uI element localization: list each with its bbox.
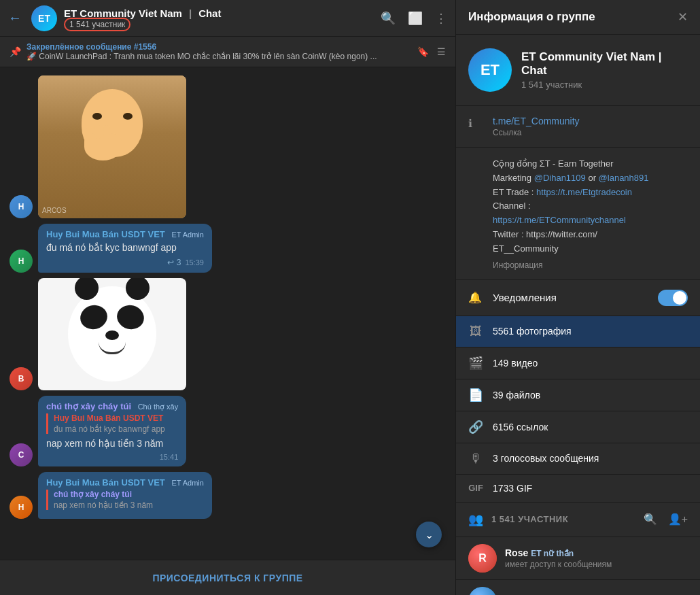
msg-image-baby: ARCOS [38,75,186,218]
reply-text: đu má nó bắt kyc banwngf app [54,424,178,434]
reply-text: nap xem nó hậu tiền 3 năm [54,500,204,510]
gif-label: 1733 GIF [493,483,688,494]
voice-label: 3 голосовых сообщения [493,453,688,464]
chat-label: Chat [198,7,221,19]
chat-panel: ← ET ET Community Viet Nam | Chat 1 541 … [0,0,455,595]
panda-face [68,286,156,381]
media-files[interactable]: 📄 39 файлов [456,379,700,411]
info-panel: Информация о группе ✕ ET ET Community Vi… [455,0,700,595]
more-icon[interactable]: ⋮ [435,11,447,26]
notifications-toggle[interactable] [658,290,688,306]
group-link[interactable]: t.me/ET_Community [493,116,688,126]
members-header: 👥 1 541 УЧАСТНИК 🔍 👤+ [456,503,700,537]
header-title: ET Community Viet Nam | Chat [64,7,374,19]
search-members-icon[interactable]: 🔍 [644,513,657,526]
messages-area: H ARCOS [0,67,455,560]
videos-label: 149 видео [493,358,688,369]
group-info: ET Community Viet Nam | Chat 1 541 участ… [521,50,688,90]
reply-author: Huy Bui Mua Bán USDT VET [54,413,178,423]
close-icon[interactable]: ✕ [678,10,688,24]
add-member-icon[interactable]: 👤+ [668,513,688,526]
pin-icon: 📌 [10,46,21,57]
group-name-label: ET Community Viet Nam [64,7,182,19]
group-description: Cộng đồng ΣT - Earn Together Marketing @… [493,157,688,256]
group-members: 1 541 участник [521,80,688,90]
panda-eye-right [114,303,147,333]
link-label: Ссылка [493,128,688,137]
panda-ear-right [126,278,150,301]
header-subtitle: 1 541 участник [64,20,374,29]
bookmark-icon[interactable]: 🔖 [417,46,429,57]
media-gif[interactable]: GIF 1733 GIF [456,475,700,503]
msg-meta: 15:41 [46,453,178,461]
pin-menu-icon[interactable]: ☰ [437,46,446,57]
table-row: H ARCOS [0,74,455,220]
files-label: 39 файлов [493,390,688,401]
msg-text: đu má nó bắt kyc banwngf app [46,241,204,255]
media-photos[interactable]: 🖼 5561 фотография [456,316,700,347]
msg-sender: chú thợ xây cháy túi Chú thợ xây [46,401,178,411]
msg-reactions: ↩ 3 [167,258,181,267]
header-info: ET Community Viet Nam | Chat 1 541 участ… [64,7,374,29]
panda-image [38,278,186,390]
msg-bubble: Huy Bui Mua Bán USDT VET ET Admin chú th… [38,472,212,519]
list-item[interactable]: K Kate Stevens [456,580,700,595]
list-item[interactable]: R Rose ET nữ thần имеет доступ к сообщен… [456,537,700,580]
member-name: Rose ET nữ thần [505,547,688,558]
header-actions: 🔍 ⬜ ⋮ [381,11,447,26]
header-avatar: ET [31,5,57,31]
sender-badge: ET Admin [171,479,204,487]
table-row: B [0,277,455,392]
msg-sender: Huy Bui Mua Bán USDT VET ET Admin [46,229,204,239]
links-icon: 🔗 [468,420,483,435]
layout-icon[interactable]: ⬜ [408,11,423,26]
bell-icon: 🔔 [468,291,483,304]
chat-header: ← ET ET Community Viet Nam | Chat 1 541 … [0,0,455,37]
sender-badge: ET Admin [171,231,204,239]
pinned-bar[interactable]: 📌 Закреплённое сообщение #1556 🚀 CoinW L… [0,37,455,67]
back-button[interactable]: ← [8,10,22,26]
members-count: 1 541 УЧАСТНИК [491,514,635,524]
search-icon[interactable]: 🔍 [381,11,396,26]
scroll-bottom-button[interactable]: ⌄ [416,522,442,547]
gif-icon: GIF [468,483,483,493]
avatar: C [10,443,33,466]
member-count: 1 541 участник [64,18,130,31]
avatar: H [10,195,33,218]
member-status: имеет доступ к сообщениям [505,560,688,569]
description-label: Информация [493,260,688,270]
avatar: B [10,367,33,390]
media-links[interactable]: 🔗 6156 ссылок [456,411,700,443]
msg-sender: Huy Bui Mua Bán USDT VET ET Admin [46,477,204,488]
toggle-knob [673,291,686,305]
sender-badge: Chú thợ xây [138,403,179,411]
pipe-separator: | [189,7,192,19]
table-row: H Huy Bui Mua Bán USDT VET ET Admin đu m… [0,222,455,274]
member-info: Rose ET nữ thần имеет доступ к сообщения… [505,547,688,569]
desc-content: Cộng đồng ΣT - Earn Together Marketing @… [493,157,688,270]
members-icon: 👥 [468,512,483,527]
media-voice[interactable]: 🎙 3 голосовых сообщения [456,443,700,475]
videos-icon: 🎬 [468,356,483,371]
panda-mouth [99,342,126,354]
voice-icon: 🎙 [468,452,483,466]
pinned-text: 🚀 CoinW LaunchPad : Tranh mua token MO c… [27,52,412,61]
panda-nose [105,330,119,340]
link-icon: ℹ [468,117,483,130]
reply-quote: chú thợ xây cháy túi nap xem nó hậu tiền… [46,490,204,510]
table-row: H Huy Bui Mua Bán USDT VET ET Admin chú … [0,471,455,520]
join-bar: ПРИСОЕДИНИТЬСЯ К ГРУППЕ [0,560,455,595]
pinned-label: Закреплённое сообщение #1556 [27,42,412,52]
info-panel-title: Информация о группе [468,10,595,24]
avatar: H [10,496,33,519]
links-label: 6156 ссылок [493,422,688,432]
join-group-button[interactable]: ПРИСОЕДИНИТЬСЯ К ГРУППЕ [152,573,302,583]
avatar: H [10,250,33,273]
info-row-desc: Cộng đồng ΣT - Earn Together Marketing @… [468,157,688,270]
avatar: R [468,544,497,573]
info-row-link: ℹ t.me/ET_Community Ссылка [468,116,688,137]
reply-author: chú thợ xây cháy túi [54,490,204,499]
media-videos[interactable]: 🎬 149 видео [456,347,700,379]
msg-meta: ↩ 3 15:39 [46,258,204,267]
msg-bubble: Huy Bui Mua Bán USDT VET ET Admin đu má … [38,224,212,273]
